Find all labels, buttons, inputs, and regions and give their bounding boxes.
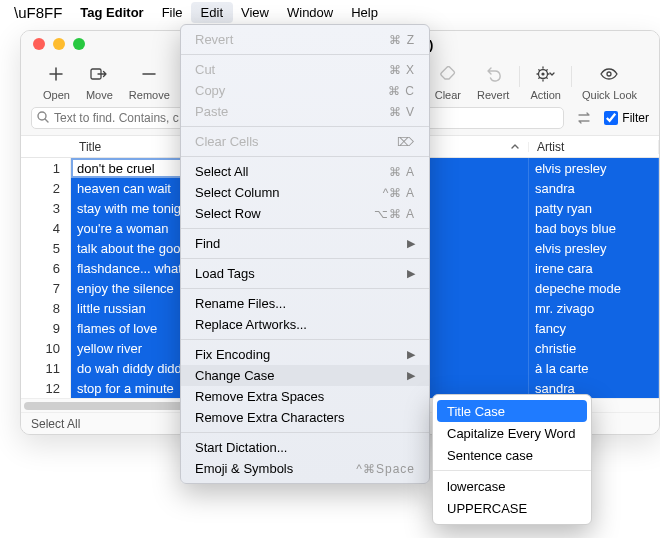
cell-artist[interactable]: depeche mode (529, 278, 659, 298)
app-name[interactable]: Tag Editor (80, 5, 143, 20)
menu-cut[interactable]: Cut⌘ X (181, 59, 429, 80)
row-number: 12 (21, 378, 71, 398)
sort-asc-icon (510, 142, 520, 152)
remove-button[interactable]: Remove (121, 63, 178, 101)
row-number: 6 (21, 258, 71, 278)
row-number: 3 (21, 198, 71, 218)
chevron-right-icon: ▶ (407, 348, 415, 361)
row-number: 7 (21, 278, 71, 298)
cell-artist[interactable]: elvis presley (529, 158, 659, 178)
edit-menu: Revert⌘ Z Cut⌘ X Copy⌘ C Paste⌘ V Clear … (180, 24, 430, 484)
filter-checkbox-input[interactable] (604, 111, 618, 125)
cell-artist[interactable]: à la carte (529, 358, 659, 378)
move-button[interactable]: Move (78, 63, 121, 101)
replace-toggle-icon[interactable] (572, 111, 596, 125)
case-uppercase[interactable]: UPPERCASE (433, 497, 591, 519)
chevron-right-icon: ▶ (407, 369, 415, 382)
menu-remove-spaces[interactable]: Remove Extra Spaces (181, 386, 429, 407)
eye-icon (596, 63, 622, 85)
case-title[interactable]: Title Case (437, 400, 587, 422)
plus-icon (43, 63, 69, 85)
filter-checkbox[interactable]: Filter (604, 111, 649, 125)
menu-edit[interactable]: Edit (191, 2, 233, 23)
chevron-right-icon: ▶ (407, 267, 415, 280)
case-capitalize-words[interactable]: Capitalize Every Word (433, 422, 591, 444)
case-lowercase[interactable]: lowercase (433, 475, 591, 497)
col-artist[interactable]: Artist (529, 140, 659, 154)
cell-artist[interactable]: sandra (529, 178, 659, 198)
menu-rename-files[interactable]: Rename Files... (181, 293, 429, 314)
revert-button[interactable]: Revert (469, 63, 517, 101)
menu-window[interactable]: Window (287, 5, 333, 20)
system-menubar: \uF8FF Tag Editor File Edit View Window … (0, 0, 660, 24)
row-number: 11 (21, 358, 71, 378)
menu-fix-encoding[interactable]: Fix Encoding▶ (181, 344, 429, 365)
menu-select-all[interactable]: Select All⌘ A (181, 161, 429, 182)
menu-remove-chars[interactable]: Remove Extra Characters (181, 407, 429, 428)
menu-emoji-symbols[interactable]: Emoji & Symbols^⌘Space (181, 458, 429, 479)
cell-artist[interactable]: irene cara (529, 258, 659, 278)
apple-menu-icon[interactable]: \uF8FF (14, 4, 62, 21)
row-number: 1 (21, 158, 71, 178)
undo-icon (480, 63, 506, 85)
action-button[interactable]: Action (522, 63, 569, 101)
menu-revert[interactable]: Revert⌘ Z (181, 29, 429, 50)
cell-artist[interactable]: bad boys blue (529, 218, 659, 238)
minus-icon (136, 63, 162, 85)
menu-select-column[interactable]: Select Column^⌘ A (181, 182, 429, 203)
menu-change-case[interactable]: Change Case▶ (181, 365, 429, 386)
clear-button[interactable]: Clear (427, 63, 469, 101)
menu-clear-cells[interactable]: Clear Cells⌦ (181, 131, 429, 152)
open-button[interactable]: Open (35, 63, 78, 101)
chevron-right-icon: ▶ (407, 237, 415, 250)
svg-point-2 (541, 72, 544, 75)
menu-load-tags[interactable]: Load Tags▶ (181, 263, 429, 284)
menu-paste[interactable]: Paste⌘ V (181, 101, 429, 122)
menu-select-row[interactable]: Select Row⌥⌘ A (181, 203, 429, 224)
row-number: 8 (21, 298, 71, 318)
quicklook-button[interactable]: Quick Look (574, 63, 645, 101)
menu-start-dictation[interactable]: Start Dictation... (181, 437, 429, 458)
menu-help[interactable]: Help (351, 5, 378, 20)
menu-copy[interactable]: Copy⌘ C (181, 80, 429, 101)
menu-replace-artworks[interactable]: Replace Artworks... (181, 314, 429, 335)
cell-artist[interactable]: christie (529, 338, 659, 358)
menu-find[interactable]: Find▶ (181, 233, 429, 254)
row-number: 4 (21, 218, 71, 238)
menu-view[interactable]: View (241, 5, 269, 20)
cell-artist[interactable]: fancy (529, 318, 659, 338)
gear-dropdown-icon (533, 63, 559, 85)
move-icon (86, 63, 112, 85)
menu-file[interactable]: File (162, 5, 183, 20)
row-number: 9 (21, 318, 71, 338)
search-icon (36, 110, 50, 124)
row-number: 2 (21, 178, 71, 198)
cell-artist[interactable]: patty ryan (529, 198, 659, 218)
change-case-submenu: Title Case Capitalize Every Word Sentenc… (432, 394, 592, 525)
row-number: 10 (21, 338, 71, 358)
case-sentence[interactable]: Sentence case (433, 444, 591, 466)
eraser-icon (435, 63, 461, 85)
svg-point-3 (607, 72, 611, 76)
row-number: 5 (21, 238, 71, 258)
cell-artist[interactable]: elvis presley (529, 238, 659, 258)
status-text: Select All (31, 417, 80, 431)
cell-artist[interactable]: mr. zivago (529, 298, 659, 318)
